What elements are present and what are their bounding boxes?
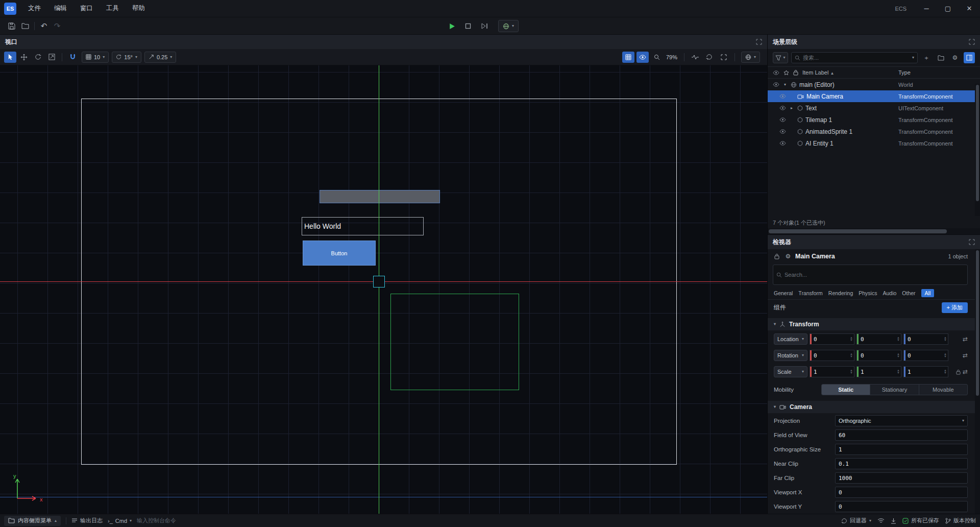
undo-icon[interactable]: ↶ [37, 19, 51, 33]
close-button[interactable]: ✕ [959, 0, 980, 17]
table-row[interactable]: Tilemap 1 TransformComponent [768, 114, 980, 126]
hierarchy-search-input[interactable] [803, 55, 910, 61]
scale-y-field[interactable]: ▲▼ [856, 366, 901, 377]
play-button[interactable] [445, 19, 458, 33]
sync-icon[interactable]: ⇄ [963, 352, 968, 359]
filter-button[interactable]: ▾ [773, 52, 788, 63]
select-tool[interactable] [4, 52, 16, 63]
text-object[interactable]: Hello World [302, 217, 424, 235]
reset-view-icon[interactable] [703, 52, 716, 63]
stats-icon[interactable] [689, 52, 701, 63]
tab-transform[interactable]: Transform [798, 290, 822, 296]
table-row[interactable]: AI Entity 1 TransformComponent [768, 137, 980, 149]
scale-mode-dropdown[interactable]: Scale▾ [774, 366, 807, 377]
tab-general[interactable]: General [774, 290, 793, 296]
mobility-stationary[interactable]: Stationary [870, 385, 919, 395]
hierarchy-settings-button[interactable]: ⚙ [949, 52, 961, 63]
stop-button[interactable] [461, 19, 475, 33]
tab-other[interactable]: Other [902, 290, 915, 296]
show-grid-toggle[interactable] [622, 52, 634, 63]
camera-section-header[interactable]: ▾ Camera [768, 400, 980, 414]
lock-column-icon[interactable] [793, 69, 798, 76]
eye-icon[interactable] [779, 117, 786, 122]
snap-toggle-icon[interactable] [66, 52, 79, 63]
favorite-column-icon[interactable] [783, 70, 789, 76]
add-entity-button[interactable]: ＋ [921, 52, 932, 63]
step-button[interactable] [478, 19, 491, 33]
location-x-field[interactable]: ▲▼ [810, 333, 854, 345]
cmd-dropdown[interactable]: ›_ Cmd ▾ [108, 518, 132, 524]
type-column[interactable]: Type [898, 69, 911, 76]
inspector-search-input[interactable] [785, 272, 964, 278]
panel-layout-toggle[interactable] [964, 52, 975, 63]
transform-section-header[interactable]: ▾ Transform [768, 318, 980, 331]
grid-snap-dropdown[interactable]: 10 ▾ [82, 52, 109, 63]
ui-button-object[interactable]: Button [303, 241, 376, 266]
expand-panel-icon[interactable] [756, 39, 762, 45]
open-folder-icon[interactable] [18, 19, 32, 33]
add-component-button[interactable]: + 添加 [942, 302, 968, 313]
eye-icon[interactable] [779, 141, 786, 146]
scale-snap-dropdown[interactable]: 0.25 ▾ [144, 52, 176, 63]
minimize-button[interactable]: ─ [916, 0, 937, 17]
viewport-world-dropdown[interactable]: ▾ [741, 52, 760, 63]
field-of-view-input[interactable] [835, 429, 968, 441]
scale-tool[interactable] [45, 52, 58, 63]
eye-icon[interactable] [779, 106, 786, 110]
rotation-mode-dropdown[interactable]: Rotation▾ [774, 350, 807, 361]
eye-icon[interactable] [773, 82, 779, 87]
collapse-caret-icon[interactable]: ▸ [789, 106, 795, 110]
tilemap-object[interactable] [320, 190, 440, 203]
console-command-input[interactable]: 输入控制台命令 [137, 517, 176, 524]
rotation-z-field[interactable]: ▲▼ [903, 350, 948, 361]
tab-physics[interactable]: Physics [859, 290, 877, 296]
viewport-x-input[interactable] [835, 487, 968, 498]
projection-select[interactable]: Orthographic ▾ [835, 415, 968, 426]
tab-audio[interactable]: Audio [883, 290, 896, 296]
hierarchy-vscrollbar[interactable] [975, 84, 980, 216]
version-control-button[interactable]: 版本控制 [945, 517, 976, 524]
expand-panel-icon[interactable] [969, 239, 975, 245]
item-label-column[interactable]: Item Label ▲ [802, 69, 834, 76]
mobility-static[interactable]: Static [822, 385, 870, 395]
rotation-x-field[interactable]: ▲▼ [810, 350, 854, 361]
move-tool[interactable] [18, 52, 30, 63]
visibility-toggle[interactable] [636, 52, 649, 63]
mobility-movable[interactable]: Movable [919, 385, 967, 395]
uniform-scale-lock-icon[interactable] [956, 369, 961, 375]
angle-snap-dropdown[interactable]: 15° ▾ [112, 52, 141, 63]
menu-file[interactable]: 文件 [21, 0, 47, 17]
expand-panel-icon[interactable] [969, 39, 975, 45]
save-status[interactable]: 所有已保存 [902, 517, 939, 524]
location-z-field[interactable]: ▲▼ [903, 333, 948, 345]
scale-x-field[interactable]: ▲▼ [810, 366, 854, 377]
redo-icon[interactable]: ↷ [51, 19, 64, 33]
new-folder-button[interactable] [935, 52, 946, 63]
eye-icon[interactable] [779, 129, 786, 134]
maximize-button[interactable]: ▢ [937, 0, 959, 17]
sync-icon[interactable]: ⇄ [963, 336, 968, 343]
rotation-y-field[interactable]: ▲▼ [856, 350, 901, 361]
tab-all[interactable]: All [921, 289, 935, 297]
origin-handle[interactable] [373, 276, 385, 288]
inspector-vscrollbar[interactable] [975, 249, 980, 514]
save-icon[interactable] [5, 19, 18, 33]
menu-window[interactable]: 窗口 [74, 0, 100, 17]
zoom-icon[interactable] [651, 52, 663, 63]
lock-icon[interactable] [773, 251, 781, 262]
output-log-button[interactable]: 输出日志 [71, 517, 103, 524]
gear-icon[interactable]: ⚙ [784, 251, 792, 262]
menu-tools[interactable]: 工具 [100, 0, 126, 17]
content-drawer-button[interactable]: 内容侧滑菜单 ▴ [4, 516, 61, 526]
rollback-dropdown[interactable]: 回退器 ▾ [841, 517, 871, 524]
menu-help[interactable]: 帮助 [126, 0, 152, 17]
table-row-selected[interactable]: Main Camera TransformComponent [768, 90, 980, 102]
hierarchy-search[interactable]: ▾ [791, 52, 918, 63]
rotate-tool[interactable] [32, 52, 44, 63]
run-target-dropdown[interactable]: ▾ [498, 20, 519, 32]
eye-icon[interactable] [779, 94, 786, 99]
sync-icon[interactable]: ⇄ [963, 368, 968, 375]
table-row[interactable]: ▾ main (Editor) World [768, 79, 980, 90]
table-row[interactable]: ▸ Text UITextComponent [768, 102, 980, 114]
hierarchy-hscrollbar[interactable] [768, 228, 980, 234]
